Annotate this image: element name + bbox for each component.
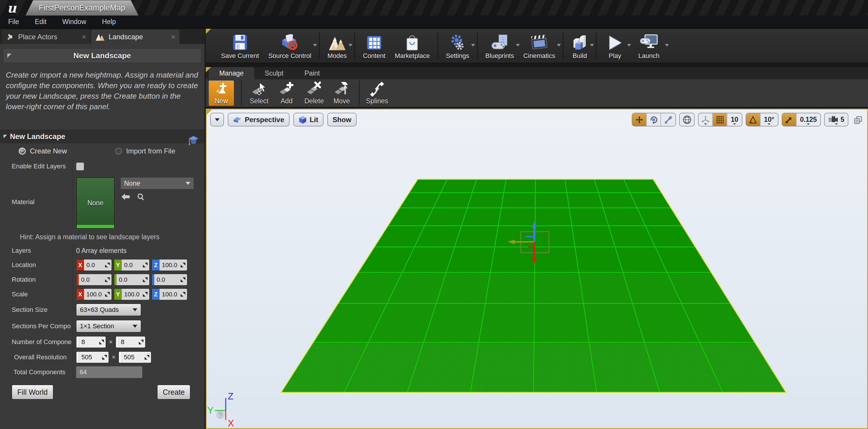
resolution-y-spinbox[interactable]: 505 <box>119 351 151 363</box>
move-tool-toggle[interactable] <box>632 113 647 126</box>
coordinate-system-toggle[interactable] <box>680 113 694 126</box>
scale-x-field[interactable]: X 100.0 <box>76 288 112 300</box>
chevron-down-icon[interactable] <box>471 44 475 47</box>
tab-sculpt[interactable]: Sculpt <box>254 67 294 79</box>
chevron-down-icon[interactable] <box>313 44 317 47</box>
section-header-new-landscape[interactable]: New Landscape <box>0 130 204 143</box>
spinbox-handle[interactable] <box>119 352 122 363</box>
spinner-icon[interactable] <box>143 292 148 297</box>
chevron-down-icon[interactable] <box>348 44 352 47</box>
content-button[interactable]: Content <box>358 30 390 61</box>
components-y-spinbox[interactable]: 8 <box>116 336 146 348</box>
tool-select[interactable]: Select <box>245 81 273 105</box>
spinner-icon[interactable] <box>139 340 144 344</box>
spinbox-handle[interactable] <box>116 336 119 347</box>
menu-help[interactable]: Help <box>100 17 118 27</box>
spinner-icon[interactable] <box>145 355 149 360</box>
tool-add[interactable]: Add <box>273 81 300 105</box>
rotation-snap-value[interactable]: 10° <box>761 113 778 126</box>
material-dropdown[interactable]: None <box>120 177 194 189</box>
tab-place-actors[interactable]: Place Actors <box>2 30 90 44</box>
fill-world-button[interactable]: Fill World <box>12 385 53 399</box>
spinner-icon[interactable] <box>181 292 185 297</box>
cinematics-button[interactable]: Cinematics <box>519 30 560 61</box>
blueprints-button[interactable]: Blueprints <box>481 30 519 61</box>
scale-y-field[interactable]: Y 100.0 <box>114 288 150 300</box>
lit-button[interactable]: Lit <box>293 113 323 126</box>
spinner-icon[interactable] <box>99 340 104 344</box>
spinner-icon[interactable] <box>143 277 148 282</box>
help-icon: ? <box>218 411 222 420</box>
landscape-plane[interactable] <box>265 179 822 394</box>
chevron-down-icon[interactable] <box>557 44 561 47</box>
launch-button[interactable]: Launch <box>630 30 668 61</box>
scale-snap-toggle[interactable] <box>782 113 797 126</box>
settings-button[interactable]: Settings <box>441 30 474 61</box>
menu-file[interactable]: File <box>6 17 21 27</box>
maximize-viewport-button[interactable] <box>853 115 863 126</box>
radio-create-new[interactable] <box>19 148 26 155</box>
spinbox-handle[interactable] <box>76 352 79 363</box>
collapse-triangle-icon[interactable] <box>7 54 11 58</box>
spinner-icon[interactable] <box>143 263 148 267</box>
rotation-snap-toggle[interactable] <box>746 113 761 126</box>
close-icon[interactable] <box>171 35 175 39</box>
play-button[interactable]: Play <box>599 30 630 61</box>
components-x-spinbox[interactable]: 8 <box>76 336 106 348</box>
spinner-icon[interactable] <box>105 292 110 297</box>
radio-import-from-file[interactable] <box>115 148 122 155</box>
spinner-icon[interactable] <box>181 263 185 267</box>
tab-manage[interactable]: Manage <box>209 67 254 79</box>
show-button[interactable]: Show <box>327 113 356 126</box>
use-selected-asset-icon[interactable] <box>122 193 130 201</box>
close-icon[interactable] <box>82 35 86 39</box>
location-y-field[interactable]: Y 0.0 <box>114 259 150 271</box>
sections-per-component-dropdown[interactable]: 1×1 Section <box>76 320 141 332</box>
enable-edit-layers-checkbox[interactable] <box>76 162 84 171</box>
surface-snap-toggle[interactable] <box>699 113 713 126</box>
camera-speed-button[interactable]: 5 <box>825 113 848 126</box>
tool-delete[interactable]: Delete <box>300 81 328 105</box>
scale-tool-toggle[interactable] <box>661 113 675 126</box>
menu-edit[interactable]: Edit <box>33 17 48 27</box>
scale-snap-value[interactable]: 0.125 <box>797 113 820 126</box>
create-button[interactable]: Create <box>157 385 190 399</box>
grid-snap-value[interactable]: 10 <box>727 113 742 126</box>
location-x-field[interactable]: X 0.0 <box>76 259 112 271</box>
chevron-down-icon[interactable] <box>590 44 594 47</box>
rotation-y-field[interactable]: 0.0 <box>114 274 150 285</box>
tutorial-cap-icon[interactable] <box>187 134 200 146</box>
save-current-button[interactable]: Save Current <box>216 30 264 61</box>
source-control-button[interactable]: Source Control <box>264 30 316 61</box>
level-tab[interactable]: FirstPersonExampleMap <box>26 0 138 16</box>
modes-button[interactable]: Modes <box>322 30 351 61</box>
location-z-field[interactable]: Z 100.0 <box>152 259 187 271</box>
scale-z-field[interactable]: Z 100.0 <box>152 288 187 300</box>
marketplace-button[interactable]: Marketplace <box>390 30 434 61</box>
rotation-z-field[interactable]: 0.0 <box>152 274 187 285</box>
spinner-icon[interactable] <box>105 263 110 267</box>
build-button[interactable]: Build <box>566 30 593 61</box>
tool-new[interactable]: New <box>209 81 234 106</box>
spinner-icon[interactable] <box>102 355 107 360</box>
grid-snap-toggle[interactable] <box>713 113 727 126</box>
chevron-down-icon[interactable] <box>665 44 669 47</box>
viewport[interactable]: ? Z Y X Perspective Lit <box>206 109 868 429</box>
total-components-row: Total Components 64 <box>0 365 204 379</box>
menu-window[interactable]: Window <box>61 17 88 27</box>
material-thumbnail[interactable]: None <box>76 177 115 229</box>
browse-to-asset-icon[interactable] <box>137 193 144 201</box>
section-size-dropdown[interactable]: 63×63 Quads <box>76 304 141 316</box>
rotate-tool-toggle[interactable] <box>647 113 661 126</box>
perspective-button[interactable]: Perspective <box>228 113 289 126</box>
viewport-options-button[interactable] <box>210 113 224 126</box>
tool-splines[interactable]: Splines <box>363 81 391 105</box>
tab-paint[interactable]: Paint <box>294 67 330 79</box>
spinbox-handle[interactable] <box>76 336 79 347</box>
tool-move[interactable]: Move <box>328 81 355 105</box>
resolution-x-spinbox[interactable]: 505 <box>76 351 109 363</box>
tab-landscape[interactable]: Landscape <box>91 30 180 44</box>
rotation-x-field[interactable]: 0.0 <box>76 274 112 285</box>
spinner-icon[interactable] <box>105 277 110 282</box>
spinner-icon[interactable] <box>181 277 185 282</box>
